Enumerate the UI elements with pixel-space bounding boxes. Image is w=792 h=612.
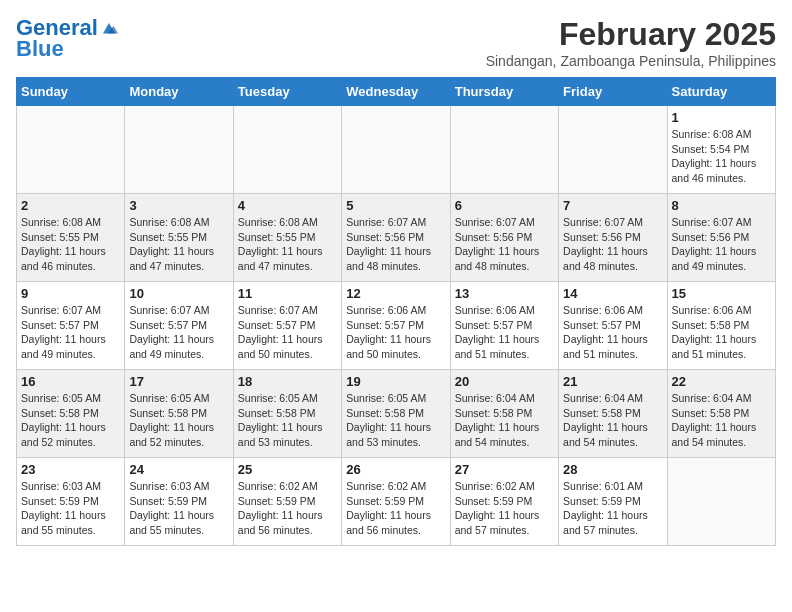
calendar-cell: 15Sunrise: 6:06 AM Sunset: 5:58 PM Dayli… (667, 282, 775, 370)
calendar-header-row: SundayMondayTuesdayWednesdayThursdayFrid… (17, 78, 776, 106)
calendar-cell: 23Sunrise: 6:03 AM Sunset: 5:59 PM Dayli… (17, 458, 125, 546)
day-number: 15 (672, 286, 771, 301)
cell-content: Sunrise: 6:05 AM Sunset: 5:58 PM Dayligh… (129, 391, 228, 450)
logo: General Blue (16, 16, 118, 62)
cell-content: Sunrise: 6:06 AM Sunset: 5:57 PM Dayligh… (563, 303, 662, 362)
cell-content: Sunrise: 6:06 AM Sunset: 5:57 PM Dayligh… (346, 303, 445, 362)
day-number: 28 (563, 462, 662, 477)
col-header-sunday: Sunday (17, 78, 125, 106)
col-header-friday: Friday (559, 78, 667, 106)
calendar-cell: 9Sunrise: 6:07 AM Sunset: 5:57 PM Daylig… (17, 282, 125, 370)
day-number: 3 (129, 198, 228, 213)
col-header-thursday: Thursday (450, 78, 558, 106)
calendar-cell (559, 106, 667, 194)
calendar-cell: 21Sunrise: 6:04 AM Sunset: 5:58 PM Dayli… (559, 370, 667, 458)
calendar-cell (233, 106, 341, 194)
calendar-cell: 28Sunrise: 6:01 AM Sunset: 5:59 PM Dayli… (559, 458, 667, 546)
day-number: 21 (563, 374, 662, 389)
cell-content: Sunrise: 6:02 AM Sunset: 5:59 PM Dayligh… (455, 479, 554, 538)
cell-content: Sunrise: 6:07 AM Sunset: 5:56 PM Dayligh… (346, 215, 445, 274)
page-header: General Blue February 2025 Sindangan, Za… (16, 16, 776, 69)
calendar-cell: 19Sunrise: 6:05 AM Sunset: 5:58 PM Dayli… (342, 370, 450, 458)
day-number: 18 (238, 374, 337, 389)
calendar-cell (667, 458, 775, 546)
day-number: 20 (455, 374, 554, 389)
cell-content: Sunrise: 6:07 AM Sunset: 5:57 PM Dayligh… (238, 303, 337, 362)
day-number: 6 (455, 198, 554, 213)
col-header-wednesday: Wednesday (342, 78, 450, 106)
day-number: 26 (346, 462, 445, 477)
day-number: 27 (455, 462, 554, 477)
cell-content: Sunrise: 6:05 AM Sunset: 5:58 PM Dayligh… (21, 391, 120, 450)
cell-content: Sunrise: 6:06 AM Sunset: 5:58 PM Dayligh… (672, 303, 771, 362)
calendar-cell: 10Sunrise: 6:07 AM Sunset: 5:57 PM Dayli… (125, 282, 233, 370)
logo-icon (100, 20, 118, 38)
calendar-cell: 4Sunrise: 6:08 AM Sunset: 5:55 PM Daylig… (233, 194, 341, 282)
calendar-cell: 12Sunrise: 6:06 AM Sunset: 5:57 PM Dayli… (342, 282, 450, 370)
month-year: February 2025 (486, 16, 776, 53)
day-number: 8 (672, 198, 771, 213)
day-number: 23 (21, 462, 120, 477)
day-number: 2 (21, 198, 120, 213)
day-number: 4 (238, 198, 337, 213)
calendar-cell (342, 106, 450, 194)
cell-content: Sunrise: 6:07 AM Sunset: 5:57 PM Dayligh… (21, 303, 120, 362)
day-number: 11 (238, 286, 337, 301)
calendar-cell: 3Sunrise: 6:08 AM Sunset: 5:55 PM Daylig… (125, 194, 233, 282)
calendar-cell: 26Sunrise: 6:02 AM Sunset: 5:59 PM Dayli… (342, 458, 450, 546)
cell-content: Sunrise: 6:05 AM Sunset: 5:58 PM Dayligh… (238, 391, 337, 450)
day-number: 16 (21, 374, 120, 389)
calendar-cell: 13Sunrise: 6:06 AM Sunset: 5:57 PM Dayli… (450, 282, 558, 370)
cell-content: Sunrise: 6:03 AM Sunset: 5:59 PM Dayligh… (21, 479, 120, 538)
day-number: 17 (129, 374, 228, 389)
calendar-cell: 25Sunrise: 6:02 AM Sunset: 5:59 PM Dayli… (233, 458, 341, 546)
cell-content: Sunrise: 6:04 AM Sunset: 5:58 PM Dayligh… (563, 391, 662, 450)
calendar-cell: 20Sunrise: 6:04 AM Sunset: 5:58 PM Dayli… (450, 370, 558, 458)
cell-content: Sunrise: 6:02 AM Sunset: 5:59 PM Dayligh… (346, 479, 445, 538)
cell-content: Sunrise: 6:07 AM Sunset: 5:57 PM Dayligh… (129, 303, 228, 362)
calendar-cell: 16Sunrise: 6:05 AM Sunset: 5:58 PM Dayli… (17, 370, 125, 458)
calendar-cell: 14Sunrise: 6:06 AM Sunset: 5:57 PM Dayli… (559, 282, 667, 370)
location: Sindangan, Zamboanga Peninsula, Philippi… (486, 53, 776, 69)
calendar-cell: 8Sunrise: 6:07 AM Sunset: 5:56 PM Daylig… (667, 194, 775, 282)
calendar-cell: 27Sunrise: 6:02 AM Sunset: 5:59 PM Dayli… (450, 458, 558, 546)
day-number: 12 (346, 286, 445, 301)
cell-content: Sunrise: 6:04 AM Sunset: 5:58 PM Dayligh… (455, 391, 554, 450)
cell-content: Sunrise: 6:02 AM Sunset: 5:59 PM Dayligh… (238, 479, 337, 538)
calendar-week-row: 2Sunrise: 6:08 AM Sunset: 5:55 PM Daylig… (17, 194, 776, 282)
cell-content: Sunrise: 6:01 AM Sunset: 5:59 PM Dayligh… (563, 479, 662, 538)
calendar-cell (450, 106, 558, 194)
calendar-cell: 7Sunrise: 6:07 AM Sunset: 5:56 PM Daylig… (559, 194, 667, 282)
calendar-week-row: 1Sunrise: 6:08 AM Sunset: 5:54 PM Daylig… (17, 106, 776, 194)
calendar-cell: 6Sunrise: 6:07 AM Sunset: 5:56 PM Daylig… (450, 194, 558, 282)
cell-content: Sunrise: 6:08 AM Sunset: 5:54 PM Dayligh… (672, 127, 771, 186)
cell-content: Sunrise: 6:03 AM Sunset: 5:59 PM Dayligh… (129, 479, 228, 538)
calendar-week-row: 16Sunrise: 6:05 AM Sunset: 5:58 PM Dayli… (17, 370, 776, 458)
calendar-cell: 18Sunrise: 6:05 AM Sunset: 5:58 PM Dayli… (233, 370, 341, 458)
cell-content: Sunrise: 6:07 AM Sunset: 5:56 PM Dayligh… (455, 215, 554, 274)
calendar-cell: 22Sunrise: 6:04 AM Sunset: 5:58 PM Dayli… (667, 370, 775, 458)
day-number: 5 (346, 198, 445, 213)
calendar-cell: 1Sunrise: 6:08 AM Sunset: 5:54 PM Daylig… (667, 106, 775, 194)
col-header-monday: Monday (125, 78, 233, 106)
calendar-cell: 5Sunrise: 6:07 AM Sunset: 5:56 PM Daylig… (342, 194, 450, 282)
calendar-cell: 17Sunrise: 6:05 AM Sunset: 5:58 PM Dayli… (125, 370, 233, 458)
calendar-cell: 11Sunrise: 6:07 AM Sunset: 5:57 PM Dayli… (233, 282, 341, 370)
calendar-cell: 24Sunrise: 6:03 AM Sunset: 5:59 PM Dayli… (125, 458, 233, 546)
calendar-week-row: 9Sunrise: 6:07 AM Sunset: 5:57 PM Daylig… (17, 282, 776, 370)
day-number: 25 (238, 462, 337, 477)
cell-content: Sunrise: 6:08 AM Sunset: 5:55 PM Dayligh… (129, 215, 228, 274)
cell-content: Sunrise: 6:04 AM Sunset: 5:58 PM Dayligh… (672, 391, 771, 450)
day-number: 7 (563, 198, 662, 213)
calendar-cell (125, 106, 233, 194)
col-header-saturday: Saturday (667, 78, 775, 106)
day-number: 10 (129, 286, 228, 301)
cell-content: Sunrise: 6:08 AM Sunset: 5:55 PM Dayligh… (238, 215, 337, 274)
cell-content: Sunrise: 6:07 AM Sunset: 5:56 PM Dayligh… (672, 215, 771, 274)
day-number: 1 (672, 110, 771, 125)
day-number: 24 (129, 462, 228, 477)
cell-content: Sunrise: 6:06 AM Sunset: 5:57 PM Dayligh… (455, 303, 554, 362)
day-number: 13 (455, 286, 554, 301)
day-number: 14 (563, 286, 662, 301)
calendar-cell (17, 106, 125, 194)
